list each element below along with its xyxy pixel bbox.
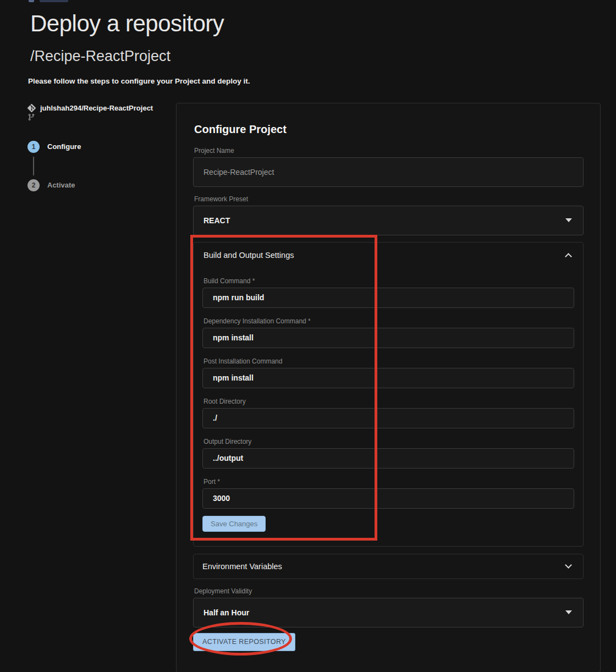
step-configure-number: 1: [28, 141, 40, 153]
project-name-input[interactable]: [193, 157, 584, 187]
step-connector-line: [33, 157, 34, 175]
chevron-down-icon: [565, 562, 572, 569]
configure-project-card: Configure Project Project Name Framework…: [176, 103, 601, 672]
activate-repository-button[interactable]: ACTIVATE REPOSITORY: [193, 633, 295, 651]
step-activate-label: Activate: [47, 181, 75, 189]
build-output-settings-section: Build and Output Settings Build Command …: [193, 242, 584, 547]
git-branch-icon: [28, 113, 176, 122]
step-configure-label: Configure: [47, 142, 81, 151]
environment-variables-header[interactable]: Environment Variables: [193, 554, 584, 579]
port-input[interactable]: [202, 488, 574, 509]
save-changes-button[interactable]: Save Changes: [202, 516, 266, 532]
root-directory-label: Root Directory: [204, 398, 574, 405]
dependency-install-command-label: Dependency Installation Command *: [204, 317, 574, 325]
deploy-stepper: 1 Configure 2 Activate: [28, 141, 176, 191]
back-arrow-icon: [29, 0, 34, 2]
output-directory-input[interactable]: [202, 448, 574, 469]
deploy-sidebar: juhlshah294/Recipe-ReactProject 1 Config…: [28, 103, 176, 191]
build-command-label: Build Command *: [204, 277, 574, 285]
post-install-command-field: Post Installation Command: [202, 357, 574, 388]
repo-row: juhlshah294/Recipe-ReactProject: [28, 104, 176, 112]
port-label: Port *: [204, 478, 574, 486]
page-title: Deploy a repository: [30, 11, 616, 36]
dependency-install-command-field: Dependency Installation Command *: [202, 317, 574, 348]
post-install-command-label: Post Installation Command: [204, 357, 574, 365]
repo-path-subtitle: /Recipe-ReactProject: [30, 48, 616, 65]
cropped-back-link[interactable]: [29, 0, 68, 2]
project-name-label: Project Name: [194, 147, 584, 155]
git-icon: [28, 104, 36, 112]
framework-preset-label: Framework Preset: [194, 195, 584, 203]
build-command-input[interactable]: [202, 288, 574, 308]
build-output-settings-header[interactable]: Build and Output Settings: [202, 243, 574, 268]
caret-down-icon: [565, 218, 572, 222]
root-directory-input[interactable]: [202, 408, 574, 428]
framework-preset-select[interactable]: REACT: [193, 206, 584, 235]
deployment-validity-value: Half an Hour: [204, 608, 249, 617]
instructions-text: Please follow the steps to configure you…: [28, 77, 616, 85]
step-activate[interactable]: 2 Activate: [28, 179, 176, 191]
post-install-command-input[interactable]: [202, 368, 574, 388]
back-link-text-cropped: [40, 0, 68, 2]
port-field: Port *: [202, 478, 574, 509]
content-row: juhlshah294/Recipe-ReactProject 1 Config…: [0, 103, 616, 672]
output-directory-field: Output Directory: [202, 438, 574, 469]
root-directory-field: Root Directory: [202, 398, 574, 428]
build-command-field: Build Command *: [202, 277, 574, 308]
deployment-validity-select[interactable]: Half an Hour: [193, 598, 584, 627]
environment-variables-title: Environment Variables: [202, 562, 282, 571]
caret-down-icon: [565, 610, 572, 614]
build-output-settings-title: Build and Output Settings: [204, 251, 294, 260]
configure-project-heading: Configure Project: [194, 123, 584, 136]
framework-preset-value: REACT: [204, 216, 230, 225]
dependency-install-command-input[interactable]: [202, 328, 574, 348]
step-activate-number: 2: [28, 179, 40, 191]
deployment-validity-label: Deployment Validity: [194, 587, 584, 595]
page-header: Deploy a repository /Recipe-ReactProject…: [0, 0, 616, 85]
repo-full-name: juhlshah294/Recipe-ReactProject: [40, 104, 153, 112]
step-configure[interactable]: 1 Configure: [28, 141, 176, 153]
output-directory-label: Output Directory: [204, 438, 574, 445]
chevron-up-icon: [565, 254, 572, 261]
